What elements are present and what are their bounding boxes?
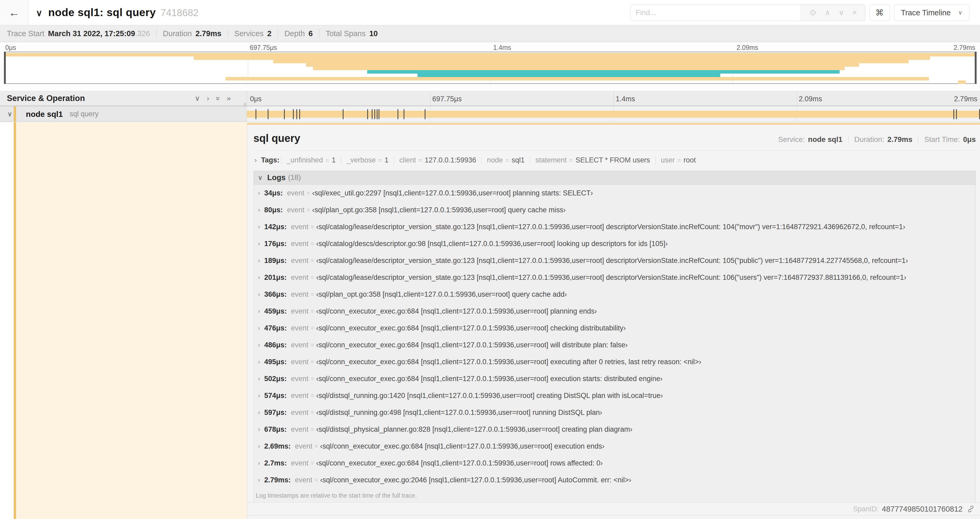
deep-link-icon[interactable]: [967, 505, 975, 513]
log-chevron-icon[interactable]: ›: [258, 375, 260, 382]
span-bar-cell[interactable]: [247, 106, 980, 122]
log-field-key: event: [291, 358, 309, 366]
log-chevron-icon[interactable]: ›: [258, 189, 260, 197]
log-chevron-icon[interactable]: ›: [258, 240, 260, 248]
minimap-axis-label: 1.4ms: [493, 44, 511, 51]
log-chevron-icon[interactable]: ›: [258, 223, 260, 230]
log-chevron-icon[interactable]: ›: [258, 358, 260, 366]
log-field-value: ‹sql/conn_executor_exec.go:684 [nsql1,cl…: [316, 307, 597, 315]
prev-match-icon[interactable]: ∧: [825, 9, 830, 16]
expand-all-icon[interactable]: »: [227, 95, 231, 102]
log-row[interactable]: ›366μs:event=‹sql/plan_opt.go:358 [nsql1…: [254, 286, 975, 303]
log-equals: =: [309, 291, 316, 298]
view-selector-label: Trace Timeline: [901, 8, 951, 17]
minimap-canvas[interactable]: [5, 52, 976, 84]
collapse-one-icon[interactable]: ∨: [195, 95, 200, 102]
log-equals: =: [309, 409, 316, 416]
column-resizer-grip[interactable]: ‖: [244, 102, 248, 106]
log-marker-tick: [268, 109, 269, 119]
log-chevron-icon[interactable]: ›: [258, 392, 260, 399]
log-chevron-icon[interactable]: ›: [258, 409, 260, 416]
log-equals: =: [309, 426, 316, 433]
spanid-value: 4877749850101760812: [882, 505, 963, 513]
log-row[interactable]: ›142μs:event=‹sql/catalog/lease/descript…: [254, 218, 975, 235]
log-chevron-icon[interactable]: ›: [258, 341, 260, 349]
clear-search-icon[interactable]: ×: [853, 9, 857, 16]
log-row[interactable]: ›502μs:event=‹sql/conn_executor_exec.go:…: [254, 370, 975, 387]
spanid-label: SpanID:: [853, 505, 879, 513]
expand-one-icon[interactable]: ›: [207, 95, 209, 102]
trace-collapse-chevron-icon[interactable]: ∨: [36, 8, 42, 18]
log-chevron-icon[interactable]: ›: [258, 308, 260, 315]
log-field-value: ‹sql/conn_executor_exec.go:2046 [nsql1,c…: [320, 476, 631, 484]
log-row[interactable]: ›201μs:event=‹sql/catalog/lease/descript…: [254, 269, 975, 286]
log-chevron-icon[interactable]: ›: [258, 206, 260, 214]
log-field-key: event: [291, 459, 309, 467]
log-chevron-icon[interactable]: ›: [258, 291, 260, 298]
span-children-chevron-icon[interactable]: ∨: [7, 110, 12, 118]
log-chevron-icon[interactable]: ›: [258, 324, 260, 332]
log-marker-tick: [299, 109, 300, 119]
back-button[interactable]: ←: [0, 0, 29, 25]
tag-equals: =: [378, 157, 382, 164]
log-equals: =: [312, 443, 320, 450]
logs-count: (18): [288, 174, 301, 182]
log-chevron-icon[interactable]: ›: [258, 257, 260, 264]
log-row[interactable]: ›2.69ms:event=‹sql/conn_executor_exec.go…: [254, 438, 975, 455]
log-row[interactable]: ›597μs:event=‹sql/distsql_running.go:498…: [254, 404, 975, 421]
log-row[interactable]: ›574μs:event=‹sql/distsql_running.go:142…: [254, 387, 975, 404]
log-row[interactable]: ›678μs:event=‹sql/distsql_physical_plann…: [254, 421, 975, 438]
log-row[interactable]: ›2.79ms:event=‹sql/conn_executor_exec.go…: [254, 471, 975, 489]
span-duration-bar[interactable]: [247, 111, 980, 118]
divider: [918, 136, 918, 144]
span-name-cell[interactable]: ∨ node sql1 sql query: [0, 106, 247, 122]
log-row[interactable]: ›2.7ms:event=‹sql/conn_executor_exec.go:…: [254, 455, 975, 471]
collapse-all-icon[interactable]: »: [215, 96, 221, 100]
logs-chevron-icon[interactable]: ∨: [258, 174, 262, 181]
log-row[interactable]: ›476μs:event=‹sql/conn_executor_exec.go:…: [254, 319, 975, 337]
log-timestamp: 2.7ms:: [264, 459, 287, 467]
timeline-axis-label: 1.4ms: [616, 95, 635, 103]
keyboard-shortcuts-button[interactable]: ⌘: [870, 4, 889, 21]
log-row[interactable]: ›80μs:event=‹sql/plan_opt.go:358 [nsql1,…: [254, 201, 975, 218]
next-match-icon[interactable]: ∨: [838, 9, 844, 16]
log-timestamp: 2.79ms:: [264, 476, 291, 484]
tags-row[interactable]: › Tags: _unfinished=1_verbose=1client=12…: [253, 151, 976, 169]
minimap-right-handle[interactable]: [975, 52, 977, 84]
log-row[interactable]: ›189μs:event=‹sql/catalog/lease/descript…: [254, 252, 975, 269]
find-buttons: ∧ ∨ ×: [800, 5, 865, 21]
log-row[interactable]: ›495μs:event=‹sql/conn_executor_exec.go:…: [254, 353, 975, 370]
minimap-span-bar: [226, 77, 929, 80]
logs-header[interactable]: ∨ Logs (18): [254, 171, 975, 185]
tag-equals: =: [326, 157, 329, 164]
tags-chevron-icon[interactable]: ›: [255, 156, 257, 164]
log-marker-tick: [367, 109, 368, 119]
minimap-span-bar: [5, 53, 975, 56]
tag-item: _verbose=1: [341, 156, 394, 164]
log-row[interactable]: ›34μs:event=‹sql/exec_util.go:2297 [nsql…: [254, 185, 975, 201]
log-chevron-icon[interactable]: ›: [258, 442, 260, 450]
minimap-axis-label: 2.09ms: [737, 44, 758, 51]
log-field-key: event: [291, 375, 309, 383]
log-chevron-icon[interactable]: ›: [258, 476, 260, 484]
minimap-left-handle[interactable]: [4, 52, 6, 84]
tag-value: sql1: [512, 156, 525, 164]
log-chevron-icon[interactable]: ›: [258, 426, 260, 433]
log-chevron-icon[interactable]: ›: [258, 274, 260, 281]
focus-match-icon[interactable]: [809, 9, 817, 16]
minimap-span-bar: [306, 63, 859, 67]
log-row[interactable]: ›459μs:event=‹sql/conn_executor_exec.go:…: [254, 303, 975, 319]
tag-value: SELECT * FROM users: [576, 156, 650, 164]
log-marker-tick: [374, 109, 375, 119]
log-row[interactable]: ›486μs:event=‹sql/conn_executor_exec.go:…: [254, 337, 975, 353]
span-detail-meta: Service: node sql1 Duration: 2.79ms Star…: [778, 135, 976, 144]
view-selector-button[interactable]: Trace Timeline ∨: [894, 4, 969, 21]
trace-meta-value: 10: [369, 29, 378, 38]
tag-item: _unfinished=1: [281, 156, 341, 164]
find-input[interactable]: [630, 5, 800, 21]
log-chevron-icon[interactable]: ›: [258, 459, 260, 467]
span-detail-left-gutter: [0, 122, 247, 519]
log-row[interactable]: ›176μs:event=‹sql/catalog/descs/descript…: [254, 235, 975, 252]
log-field-key: event: [295, 442, 312, 450]
log-timestamp: 142μs:: [264, 223, 287, 231]
